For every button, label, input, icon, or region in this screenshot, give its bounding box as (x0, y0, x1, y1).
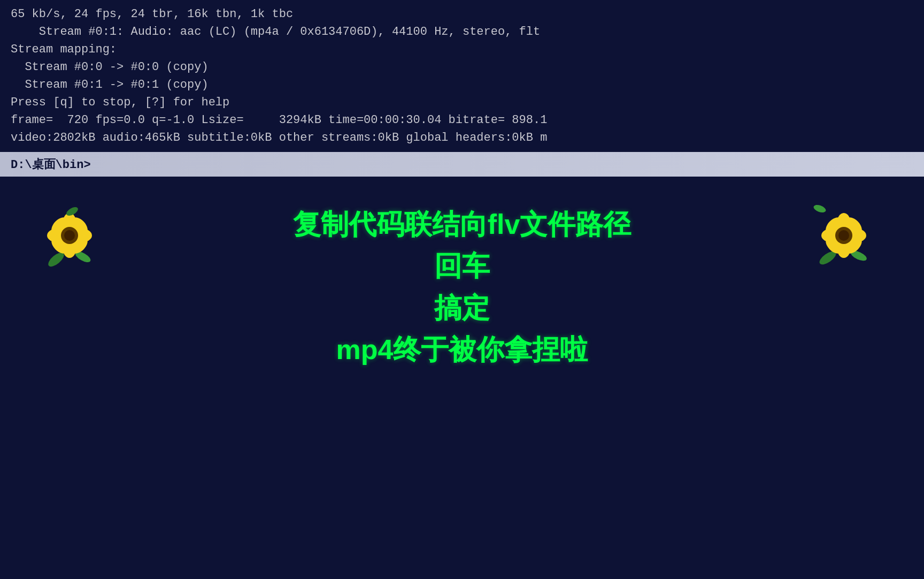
instruction-line-3: 搞定 (434, 287, 490, 329)
terminal-prompt-bar[interactable]: D:\桌面\bin> (0, 152, 924, 177)
leaf-top-left (64, 203, 80, 222)
terminal-line-7: frame= 720 fps=0.0 q=-1.0 Lsize= 3294kB … (11, 111, 913, 129)
terminal-line-8: video:2802kB audio:465kB subtitle:0kB ot… (11, 129, 913, 147)
svg-point-12 (65, 205, 80, 217)
instruction-line-4: mp4终于被你拿捏啦 (336, 329, 588, 370)
svg-point-25 (813, 203, 827, 214)
leaf-top-right (812, 201, 828, 219)
terminal-line-4: Stream #0:0 -> #0:0 (copy) (11, 58, 913, 76)
terminal-line-5: Stream #0:1 -> #0:1 (copy) (11, 76, 913, 94)
instruction-line-2: 回车 (434, 245, 490, 287)
instruction-line-1: 复制代码联结向flv文件路径 (293, 203, 632, 245)
overlay-section: 复制代码联结向flv文件路径 回车 搞定 mp4终于被你拿捏啦 (0, 193, 924, 579)
terminal-line-1: 65 kb/s, 24 fps, 24 tbr, 16k tbn, 1k tbc (11, 5, 913, 23)
terminal-line-6: Press [q] to stop, [?] for help (11, 94, 913, 111)
prompt-text: D:\桌面\bin> (11, 156, 91, 172)
terminal-section: 65 kb/s, 24 fps, 24 tbr, 16k tbn, 1k tbc… (0, 0, 924, 579)
terminal-output: 65 kb/s, 24 fps, 24 tbr, 16k tbn, 1k tbc… (0, 0, 924, 152)
terminal-line-2: Stream #0:1: Audio: aac (LC) (mp4a / 0x6… (11, 23, 913, 41)
terminal-line-3: Stream mapping: (11, 41, 913, 58)
